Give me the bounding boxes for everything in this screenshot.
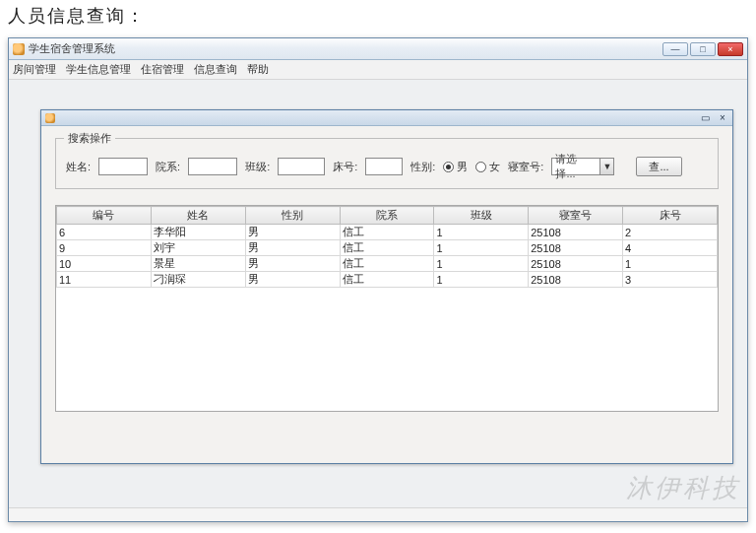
app-window: 学生宿舍管理系统 — □ × 房间管理 学生信息管理 住宿管理 信息查询 帮助 … <box>8 37 748 522</box>
window-buttons: — □ × <box>662 42 743 56</box>
groupbox-legend: 搜索操作 <box>64 131 115 146</box>
gender-label: 性别: <box>410 160 435 174</box>
table-row[interactable]: 6李华阳男信工1251082 <box>57 225 718 240</box>
dorm-label: 寝室号: <box>508 160 543 174</box>
cell-id: 9 <box>57 240 152 256</box>
col-id[interactable]: 编号 <box>57 207 152 225</box>
internal-close-button[interactable]: × <box>717 112 728 123</box>
radio-icon <box>443 162 454 172</box>
dorm-combobox[interactable]: 请选择... ▼ <box>551 158 614 175</box>
cell-dept: 信工 <box>340 256 434 272</box>
internal-frame: ▭ × 搜索操作 姓名: 院系: 班级: 床号: 性别: <box>40 109 733 464</box>
menu-help[interactable]: 帮助 <box>247 62 269 77</box>
chevron-down-icon: ▼ <box>599 159 613 174</box>
dept-input[interactable] <box>188 158 237 175</box>
java-cup-icon <box>13 43 25 55</box>
cell-class: 1 <box>434 272 529 288</box>
minimize-button[interactable]: — <box>662 42 688 56</box>
cell-gender: 男 <box>245 272 340 288</box>
cell-name: 刁润琛 <box>151 272 245 288</box>
col-class[interactable]: 班级 <box>434 207 529 225</box>
search-button[interactable]: 查... <box>636 157 681 176</box>
internal-frame-body: 搜索操作 姓名: 院系: 班级: 床号: 性别: 男 <box>41 126 732 463</box>
cell-class: 1 <box>434 240 529 256</box>
cell-name: 李华阳 <box>151 225 245 240</box>
table-row[interactable]: 11刁润琛男信工1251083 <box>57 272 718 288</box>
cell-name: 景星 <box>151 256 245 272</box>
window-title: 学生宿舍管理系统 <box>29 41 659 56</box>
cell-dept: 信工 <box>340 225 434 240</box>
cell-name: 刘宇 <box>151 240 245 256</box>
table-row[interactable]: 10景星男信工1251081 <box>57 256 718 272</box>
maximize-button[interactable]: □ <box>690 42 716 56</box>
bed-label: 床号: <box>333 160 357 174</box>
cell-bed: 1 <box>623 256 718 272</box>
gender-female-option[interactable]: 女 <box>475 160 500 174</box>
cell-dorm: 25108 <box>529 272 623 288</box>
menu-query[interactable]: 信息查询 <box>194 62 237 77</box>
col-dept[interactable]: 院系 <box>340 207 434 225</box>
col-gender[interactable]: 性别 <box>245 207 340 225</box>
menubar: 房间管理 学生信息管理 住宿管理 信息查询 帮助 <box>9 60 747 80</box>
col-bed[interactable]: 床号 <box>623 207 718 225</box>
client-area: ▭ × 搜索操作 姓名: 院系: 班级: 床号: 性别: <box>9 80 747 507</box>
cell-bed: 4 <box>623 240 718 256</box>
menu-student[interactable]: 学生信息管理 <box>66 62 131 77</box>
cell-gender: 男 <box>245 225 340 240</box>
internal-frame-icon <box>45 113 55 123</box>
results-table-container: 编号 姓名 性别 院系 班级 寝室号 床号 6李华阳男信工12510829刘宇男… <box>55 205 719 412</box>
results-table: 编号 姓名 性别 院系 班级 寝室号 床号 6李华阳男信工12510829刘宇男… <box>56 206 718 288</box>
gender-male-option[interactable]: 男 <box>443 160 468 174</box>
table-row[interactable]: 9刘宇男信工1251084 <box>57 240 718 256</box>
cell-bed: 3 <box>623 272 718 288</box>
class-label: 班级: <box>245 160 270 174</box>
cell-gender: 男 <box>245 240 340 256</box>
col-dorm[interactable]: 寝室号 <box>529 207 623 225</box>
close-button[interactable]: × <box>718 42 743 56</box>
class-input[interactable] <box>278 158 325 175</box>
cell-dept: 信工 <box>340 240 434 256</box>
cell-id: 6 <box>57 225 152 240</box>
cell-class: 1 <box>434 256 529 272</box>
cell-dorm: 25108 <box>529 256 623 272</box>
gender-male-label: 男 <box>457 160 468 174</box>
dorm-combo-text: 请选择... <box>552 152 599 181</box>
cell-id: 11 <box>57 272 152 288</box>
name-input[interactable] <box>98 158 148 175</box>
dept-label: 院系: <box>156 160 180 174</box>
search-groupbox: 搜索操作 姓名: 院系: 班级: 床号: 性别: 男 <box>55 138 719 189</box>
cell-id: 10 <box>57 256 152 272</box>
titlebar: 学生宿舍管理系统 — □ × <box>9 38 747 60</box>
iconify-button[interactable]: ▭ <box>699 112 711 123</box>
page-heading: 人员信息查询： <box>0 0 756 33</box>
statusbar <box>9 507 747 521</box>
radio-icon <box>475 162 486 172</box>
cell-gender: 男 <box>245 256 340 272</box>
col-name[interactable]: 姓名 <box>151 207 245 225</box>
menu-room[interactable]: 房间管理 <box>13 62 56 77</box>
cell-dorm: 25108 <box>529 225 623 240</box>
menu-dorm[interactable]: 住宿管理 <box>141 62 184 77</box>
name-label: 姓名: <box>66 160 91 174</box>
cell-bed: 2 <box>623 225 718 240</box>
gender-female-label: 女 <box>489 160 500 174</box>
cell-dept: 信工 <box>340 272 434 288</box>
cell-dorm: 25108 <box>529 240 623 256</box>
bed-input[interactable] <box>365 158 403 175</box>
search-filters: 姓名: 院系: 班级: 床号: 性别: 男 <box>66 157 708 176</box>
internal-frame-titlebar: ▭ × <box>41 110 732 126</box>
cell-class: 1 <box>434 225 529 240</box>
